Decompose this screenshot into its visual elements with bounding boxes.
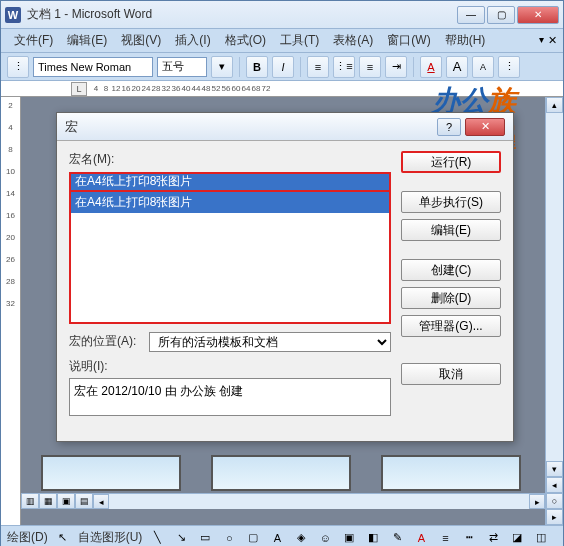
font-size-dropdown-icon[interactable]: ▾ — [211, 56, 233, 78]
align-justify-icon[interactable]: ≡ — [307, 56, 329, 78]
run-button[interactable]: 运行(R) — [401, 151, 501, 173]
macro-list[interactable]: 在A4纸上打印8张图片 — [69, 190, 391, 324]
font-color-button[interactable]: A — [420, 56, 442, 78]
dialog-close-button[interactable]: ✕ — [465, 118, 505, 136]
textbox-icon[interactable]: ▢ — [244, 529, 262, 547]
ruler-mark: 44 — [191, 84, 201, 93]
menu-help[interactable]: 帮助(H) — [438, 29, 493, 52]
toolbar-handle-icon[interactable]: ⋮ — [7, 56, 29, 78]
delete-button[interactable]: 删除(D) — [401, 287, 501, 309]
ruler-mark: 36 — [171, 84, 181, 93]
toolbar-more-icon[interactable]: ⋮ — [498, 56, 520, 78]
bold-button[interactable]: B — [246, 56, 268, 78]
italic-button[interactable]: I — [272, 56, 294, 78]
menu-table[interactable]: 表格(A) — [326, 29, 380, 52]
web-view-icon[interactable]: ▦ — [39, 493, 57, 509]
maximize-button[interactable]: ▢ — [487, 6, 515, 24]
macro-name-input[interactable] — [69, 172, 391, 192]
font-name-input[interactable] — [33, 57, 153, 77]
next-page-icon[interactable]: ▸ — [546, 509, 563, 525]
step-button[interactable]: 单步执行(S) — [401, 191, 501, 213]
horizontal-ruler[interactable]: L 4 8 12 16 20 24 28 32 36 40 44 48 52 5… — [1, 81, 563, 97]
browse-object-icon[interactable]: ○ — [546, 493, 563, 509]
ruler-mark: 72 — [261, 84, 271, 93]
font-shrink-icon[interactable]: A — [472, 56, 494, 78]
line-color-icon[interactable]: ✎ — [388, 529, 406, 547]
scroll-track[interactable] — [546, 113, 563, 461]
menu-format[interactable]: 格式(O) — [218, 29, 273, 52]
menu-view[interactable]: 视图(V) — [114, 29, 168, 52]
macro-list-item[interactable]: 在A4纸上打印8张图片 — [71, 192, 389, 213]
normal-view-icon[interactable]: ▥ — [21, 493, 39, 509]
font-size-input[interactable] — [157, 57, 207, 77]
ruler-mark: 60 — [231, 84, 241, 93]
3d-icon[interactable]: ◫ — [532, 529, 550, 547]
prev-page-icon[interactable]: ◂ — [546, 477, 563, 493]
scroll-left-icon[interactable]: ◂ — [93, 494, 109, 509]
scroll-track[interactable] — [109, 494, 529, 509]
number-list-icon[interactable]: ≡ — [359, 56, 381, 78]
menu-tools[interactable]: 工具(T) — [273, 29, 326, 52]
scroll-right-icon[interactable]: ▸ — [529, 494, 545, 509]
menu-file[interactable]: 文件(F) — [7, 29, 60, 52]
ruler-mark: 2 — [8, 101, 12, 123]
indent-icon[interactable]: ⇥ — [385, 56, 407, 78]
ruler-mark: 28 — [151, 84, 161, 93]
window-title: 文档 1 - Microsoft Word — [27, 6, 457, 23]
format-toolbar: ⋮ ▾ B I ≡ ⋮≡ ≡ ⇥ A A A ⋮ — [1, 53, 563, 81]
organizer-button[interactable]: 管理器(G)... — [401, 315, 501, 337]
font-grow-icon[interactable]: A — [446, 56, 468, 78]
font-color-icon[interactable]: A — [412, 529, 430, 547]
select-arrow-icon[interactable]: ↖ — [54, 529, 72, 547]
help-dropdown-icon[interactable]: ▾ — [539, 34, 544, 47]
word-app-icon: W — [5, 7, 21, 23]
rectangle-icon[interactable]: ▭ — [196, 529, 214, 547]
page-thumbnail — [211, 455, 351, 491]
outline-view-icon[interactable]: ▤ — [75, 493, 93, 509]
page-thumbnail — [381, 455, 521, 491]
tab-selector-icon[interactable]: L — [71, 82, 87, 96]
scroll-up-icon[interactable]: ▴ — [546, 97, 563, 113]
edit-button[interactable]: 编辑(E) — [401, 219, 501, 241]
line-icon[interactable]: ╲ — [148, 529, 166, 547]
macro-description[interactable]: 宏在 2012/10/10 由 办公族 创建 — [69, 378, 391, 416]
ruler-mark: 28 — [6, 277, 15, 299]
scroll-down-icon[interactable]: ▾ — [546, 461, 563, 477]
minimize-button[interactable]: — — [457, 6, 485, 24]
picture-icon[interactable]: ▣ — [340, 529, 358, 547]
arrow-icon[interactable]: ↘ — [172, 529, 190, 547]
macro-location-select[interactable]: 所有的活动模板和文档 — [149, 332, 391, 352]
clipart-icon[interactable]: ☺ — [316, 529, 334, 547]
print-view-icon[interactable]: ▣ — [57, 493, 75, 509]
autoshape-menu[interactable]: 自选图形(U) — [78, 529, 143, 546]
menu-insert[interactable]: 插入(I) — [168, 29, 217, 52]
wordart-icon[interactable]: A — [268, 529, 286, 547]
create-button[interactable]: 创建(C) — [401, 259, 501, 281]
horizontal-scrollbar[interactable]: ◂ ▸ — [93, 493, 545, 509]
macro-desc-label: 说明(I): — [69, 358, 391, 375]
ruler-mark: 24 — [141, 84, 151, 93]
cancel-button[interactable]: 取消 — [401, 363, 501, 385]
vertical-ruler[interactable]: 2 4 8 10 14 16 20 26 28 32 — [1, 97, 21, 525]
ruler-mark: 26 — [6, 255, 15, 277]
window-close-icon[interactable]: ✕ — [548, 34, 557, 47]
oval-icon[interactable]: ○ — [220, 529, 238, 547]
dialog-help-button[interactable]: ? — [437, 118, 461, 136]
arrow-style-icon[interactable]: ⇄ — [484, 529, 502, 547]
shadow-icon[interactable]: ◪ — [508, 529, 526, 547]
page-thumbnail — [41, 455, 181, 491]
ruler-mark: 48 — [201, 84, 211, 93]
draw-menu[interactable]: 绘图(D) — [7, 529, 48, 546]
dash-style-icon[interactable]: ┅ — [460, 529, 478, 547]
vertical-scrollbar[interactable]: ▴ ▾ ◂ ○ ▸ — [545, 97, 563, 525]
ruler-mark: 64 — [241, 84, 251, 93]
line-style-icon[interactable]: ≡ — [436, 529, 454, 547]
diagram-icon[interactable]: ◈ — [292, 529, 310, 547]
fill-color-icon[interactable]: ◧ — [364, 529, 382, 547]
bullet-list-icon[interactable]: ⋮≡ — [333, 56, 355, 78]
separator — [300, 57, 301, 77]
view-buttons: ▥ ▦ ▣ ▤ — [21, 493, 93, 509]
menu-edit[interactable]: 编辑(E) — [60, 29, 114, 52]
close-button[interactable]: ✕ — [517, 6, 559, 24]
menu-window[interactable]: 窗口(W) — [380, 29, 437, 52]
